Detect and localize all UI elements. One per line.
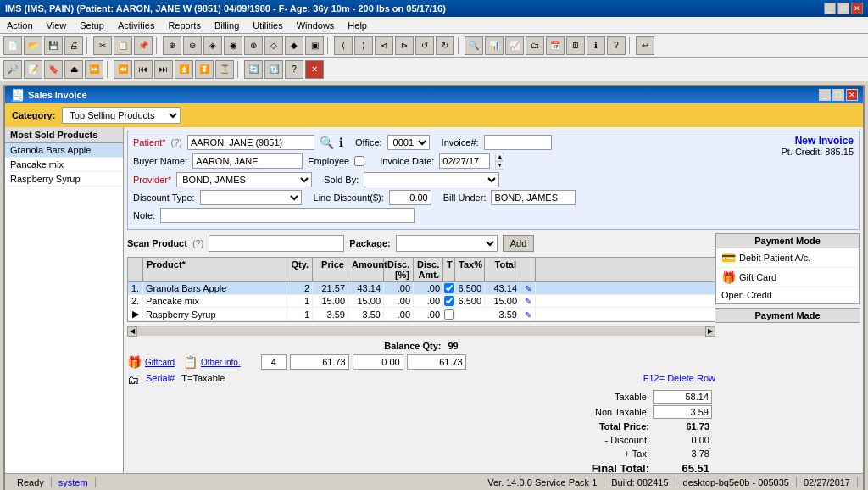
tb-c3[interactable]: ⊲ (375, 36, 393, 55)
cell-qty-1[interactable]: 1 (287, 295, 313, 307)
discount-type-select[interactable] (200, 190, 302, 205)
edit-icon-1[interactable]: ✎ (525, 297, 531, 306)
menu-utilities[interactable]: Utilities (249, 19, 286, 31)
tb2-a1[interactable]: 🔎 (3, 60, 22, 79)
tb2-c2[interactable]: 🔃 (264, 60, 283, 79)
provider-select[interactable]: BOND, JAMES (176, 172, 312, 187)
cell-disc-pct-1[interactable]: .00 (384, 295, 414, 307)
tb2-b5[interactable]: ⏬ (195, 60, 214, 79)
tb-d2[interactable]: 📊 (485, 36, 504, 55)
menu-billing[interactable]: Billing (211, 19, 242, 31)
taxable-checkbox-2[interactable] (444, 309, 454, 320)
f12-label[interactable]: F12= Delete Row (643, 373, 715, 387)
menu-windows[interactable]: Windows (293, 19, 338, 31)
tb-b6[interactable]: ◇ (264, 36, 283, 55)
tb-b4[interactable]: ◉ (224, 36, 242, 55)
menu-setup[interactable]: Setup (76, 19, 108, 31)
tb2-a4[interactable]: ⏏ (64, 60, 83, 79)
tb2-b3[interactable]: ⏭ (154, 60, 173, 79)
category-select[interactable]: Top Selling Products (62, 107, 181, 124)
tb-d6[interactable]: 🗓 (566, 36, 585, 55)
invoice-date-input[interactable] (439, 153, 490, 169)
new-invoice-label[interactable]: New Invoice (776, 135, 854, 147)
other-info-link[interactable]: Other info. (201, 358, 241, 367)
cell-product-1[interactable]: Pancake mix (143, 295, 287, 307)
cell-qty-2[interactable]: 1 (287, 309, 313, 320)
tb-copy[interactable]: 📋 (114, 36, 132, 55)
tb-b3[interactable]: ◈ (203, 36, 222, 55)
left-item-0[interactable]: Granola Bars Apple (5, 143, 123, 158)
cell-edit-0[interactable]: ✎ (520, 282, 536, 294)
tb-c5[interactable]: ↺ (415, 36, 434, 55)
tb2-b1[interactable]: ⏪ (114, 60, 132, 79)
tb-c2[interactable]: ⟩ (354, 36, 373, 55)
tb-b5[interactable]: ⊛ (244, 36, 263, 55)
bill-under-input[interactable] (491, 190, 576, 205)
tb2-b4[interactable]: ⏫ (175, 60, 193, 79)
cell-price-0[interactable]: 21.57 (313, 282, 348, 294)
menu-action[interactable]: Action (3, 19, 36, 31)
left-item-2[interactable]: Raspberry Syrup (5, 172, 123, 187)
debit-patient-item[interactable]: 💳 Debit Patient A/c. (716, 248, 859, 268)
package-select[interactable] (396, 235, 498, 252)
scroll-left[interactable]: ◀ (127, 326, 137, 337)
tb-b1[interactable]: ⊕ (163, 36, 181, 55)
left-item-1[interactable]: Pancake mix (5, 158, 123, 172)
cell-t-0[interactable] (443, 282, 455, 294)
total-qty-input[interactable] (261, 354, 287, 370)
gift-card-item[interactable]: 🎁 Gift Card (716, 268, 859, 287)
date-spinner[interactable]: ▲ ▼ (495, 153, 504, 170)
giftcard-link[interactable]: Giftcard (145, 358, 175, 367)
tb-paste[interactable]: 📌 (134, 36, 153, 55)
tb-d8[interactable]: ? (607, 36, 626, 55)
tb2-a2[interactable]: 📝 (24, 60, 42, 79)
window-close[interactable]: ✕ (846, 89, 858, 101)
open-credit-item[interactable]: Open Credit (716, 287, 859, 303)
tb-c1[interactable]: ⟨ (334, 36, 353, 55)
patient-search-icon[interactable]: 🔍 (320, 136, 334, 149)
tb-d5[interactable]: 📅 (546, 36, 565, 55)
cell-disc-amt-1[interactable]: .00 (414, 295, 443, 307)
tb-c6[interactable]: ↻ (436, 36, 454, 55)
tb-save[interactable]: 💾 (44, 36, 63, 55)
tb2-b2[interactable]: ⏮ (134, 60, 153, 79)
tb-print[interactable]: 🖨 (64, 36, 83, 55)
close-app-button[interactable]: ✕ (851, 3, 863, 14)
window-maximize[interactable]: □ (832, 89, 844, 101)
date-up[interactable]: ▲ (495, 153, 504, 161)
taxable-checkbox-1[interactable] (444, 296, 454, 306)
tb2-c1[interactable]: 🔄 (244, 60, 263, 79)
tb-d1[interactable]: 🔍 (465, 36, 483, 55)
menu-help[interactable]: Help (344, 19, 370, 31)
cell-t-1[interactable] (443, 295, 455, 307)
tb2-c4[interactable]: ✕ (305, 60, 324, 79)
cell-price-2[interactable]: 3.59 (313, 309, 348, 320)
line-discount-input[interactable] (389, 190, 431, 205)
tb2-a3[interactable]: 🔖 (44, 60, 63, 79)
maximize-button[interactable]: □ (837, 3, 849, 14)
tb-b7[interactable]: ◆ (285, 36, 303, 55)
tb-open[interactable]: 📂 (24, 36, 42, 55)
serial-label[interactable]: Serial# (146, 373, 175, 387)
tb2-b6[interactable]: ⏳ (215, 60, 234, 79)
cell-edit-1[interactable]: ✎ (520, 295, 536, 307)
tb-d7[interactable]: ℹ (587, 36, 605, 55)
tb-c4[interactable]: ⊳ (395, 36, 414, 55)
taxable-checkbox-0[interactable] (444, 283, 454, 293)
scroll-right[interactable]: ▶ (705, 326, 715, 337)
cell-disc-pct-0[interactable]: .00 (384, 282, 414, 294)
note-input[interactable] (160, 208, 415, 223)
tb-b8[interactable]: ▣ (305, 36, 324, 55)
window-minimize[interactable]: _ (819, 89, 831, 101)
tb-new[interactable]: 📄 (3, 36, 22, 55)
patient-input[interactable] (187, 135, 314, 150)
cell-product-0[interactable]: Granola Bars Apple (143, 282, 287, 294)
tb-e1[interactable]: ↩ (636, 36, 654, 55)
patient-info-icon[interactable]: ℹ (339, 136, 343, 149)
employee-checkbox[interactable] (354, 156, 364, 166)
tb2-c3[interactable]: ? (285, 60, 303, 79)
horizontal-scrollbar[interactable]: ◀ ▶ (127, 326, 715, 336)
tb-d4[interactable]: 🗂 (526, 36, 544, 55)
cell-disc-pct-2[interactable]: .00 (384, 309, 414, 320)
cell-edit-2[interactable]: ✎ (520, 309, 536, 320)
